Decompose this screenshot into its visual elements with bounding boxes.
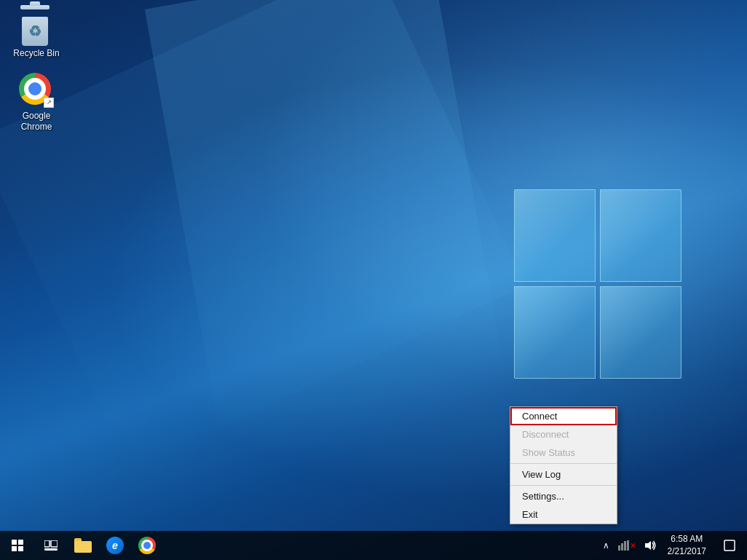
chrome-image: ↗ [19,73,54,108]
context-menu-separator-2 [510,485,617,486]
taskbar-apps: e [67,531,163,560]
taskbar-chrome[interactable] [131,531,163,560]
svg-rect-0 [44,540,50,547]
context-menu: Connect Disconnect Show Status View Log … [510,406,617,524]
context-menu-view-log[interactable]: View Log [510,465,617,484]
svg-rect-4 [621,543,623,551]
shortcut-arrow-icon: ↗ [44,98,54,108]
start-pane-bl [12,546,17,551]
start-icon [12,540,23,551]
taskbar: e ∧ [0,531,747,560]
svg-rect-8 [724,540,735,551]
network-x-icon: ✕ [630,542,636,550]
context-menu-settings[interactable]: Settings... [510,487,617,505]
context-menu-exit[interactable]: Exit [510,505,617,524]
svg-rect-1 [51,540,58,547]
start-pane-br [18,546,23,551]
chevron-up-icon: ∧ [603,540,609,551]
recycle-bin-lid [20,5,50,9]
system-clock[interactable]: 6:58 AM 2/21/2017 [662,532,712,559]
chrome-inner-circle [28,82,42,95]
network-icon[interactable]: ✕ [615,539,639,552]
chrome-label: Google Chrome [10,111,63,133]
clock-time: 6:58 AM [668,533,706,545]
taskbar-file-explorer[interactable] [67,531,99,560]
win-pane-tr [600,189,681,282]
context-menu-show-status[interactable]: Show Status [510,443,617,462]
context-menu-connect[interactable]: Connect [510,407,617,425]
ie-icon: e [106,537,124,554]
svg-rect-3 [618,545,620,551]
recycle-bin-body: ♻ [22,17,48,46]
svg-rect-5 [624,541,626,551]
speaker-icon [644,540,656,551]
taskbar-tray: ∧ ✕ 6 [600,531,747,560]
recycle-bin-icon[interactable]: ♻ Recycle Bin [7,7,66,63]
clock-date: 2/21/2017 [668,545,706,558]
google-chrome-icon[interactable]: ↗ Google Chrome [7,70,66,136]
svg-marker-7 [645,541,651,550]
folder-body [74,541,92,553]
context-menu-separator-1 [510,463,617,464]
task-view-icon [44,540,58,551]
recycle-bin-image: ♻ [19,10,54,45]
start-button[interactable] [0,531,35,560]
task-view-button[interactable] [35,531,67,560]
action-center-button[interactable] [715,531,744,560]
desktop-icon-area: ♻ Recycle Bin ↗ Google Chrome [7,7,66,136]
start-pane-tr [18,540,23,545]
context-menu-disconnect[interactable]: Disconnect [510,425,617,443]
win-pane-tl [514,189,596,282]
svg-rect-6 [627,540,629,551]
folder-icon [74,538,92,553]
tray-overflow-button[interactable]: ∧ [600,539,612,552]
notification-icon [724,540,735,551]
taskbar-internet-explorer[interactable]: e [99,531,131,560]
svg-rect-2 [44,548,58,551]
chrome-taskbar-icon [138,537,156,554]
win-pane-bl [514,286,596,379]
volume-icon[interactable] [641,539,659,552]
win-pane-br [600,286,681,379]
chrome-taskbar-inner [143,542,151,549]
recycle-arrows-icon: ♻ [28,23,42,40]
recycle-bin-label: Recycle Bin [13,48,59,60]
desktop: ♻ Recycle Bin ↗ Google Chrome Connect Di… [0,0,747,560]
start-pane-tl [12,540,17,545]
windows-logo [514,189,681,379]
